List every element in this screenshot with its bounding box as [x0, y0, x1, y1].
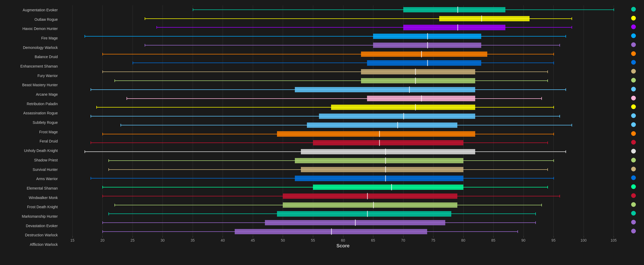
grid-line — [614, 32, 614, 41]
grid-line — [584, 201, 584, 210]
y-label: Balance Druid — [3, 53, 58, 61]
whisker-line — [96, 107, 553, 108]
row-dot — [631, 69, 636, 74]
grid-line — [553, 218, 554, 227]
grid-line — [584, 121, 584, 130]
y-label: Demonology Warlock — [3, 44, 58, 52]
x-tick-line — [403, 236, 404, 238]
chart-row — [60, 76, 626, 85]
grid-line — [584, 14, 584, 23]
grid-line — [133, 14, 133, 23]
chart-row — [60, 59, 626, 68]
grid-line — [584, 138, 584, 147]
whisker-cap-right — [535, 212, 536, 215]
row-dot — [631, 42, 636, 47]
grid-line — [614, 218, 614, 227]
chart-row — [60, 138, 626, 147]
whisker-cap-right — [547, 79, 548, 82]
x-axis-label: Score — [336, 243, 349, 249]
x-tick-line — [72, 236, 73, 238]
whisker-cap-left — [193, 8, 193, 11]
median-line — [403, 113, 404, 119]
grid-line — [584, 147, 584, 156]
grid-line — [614, 85, 614, 94]
whisker-cap-right — [547, 168, 548, 171]
median-line — [427, 33, 428, 39]
x-tick: 60 — [341, 238, 345, 242]
row-dot — [631, 60, 636, 65]
box-rect — [439, 16, 530, 21]
grid-line — [584, 218, 584, 227]
x-tick-line — [163, 236, 163, 238]
whisker-cap-left — [121, 124, 121, 126]
row-dot — [631, 184, 636, 189]
median-line — [409, 86, 410, 93]
grid-line — [584, 156, 584, 165]
box-rect — [331, 105, 475, 110]
chart-container: Augmentation EvokerOutlaw RogueHavoc Dem… — [0, 0, 644, 265]
grid-line — [614, 67, 614, 76]
y-label: Assassination Rogue — [3, 109, 58, 117]
dots-column — [626, 5, 641, 249]
chart-row — [60, 14, 626, 23]
box-rect — [301, 167, 463, 172]
grid-line — [614, 112, 614, 121]
x-tick-line — [523, 236, 524, 238]
whisker-cap-right — [614, 8, 614, 11]
whisker-line — [156, 27, 571, 28]
whisker-cap-left — [108, 168, 109, 171]
box-rect — [361, 52, 487, 57]
whisker-cap-right — [566, 88, 566, 91]
median-line — [415, 78, 416, 84]
x-tick-line — [463, 236, 464, 238]
whisker-cap-left — [133, 62, 133, 64]
whisker-cap-left — [91, 115, 91, 118]
x-axis: 1520253035404550556065707580859095100105… — [60, 236, 626, 249]
grid-line — [72, 41, 73, 50]
x-tick-line — [343, 236, 343, 238]
median-line — [397, 122, 398, 128]
whisker-cap-left — [91, 141, 91, 144]
x-tick: 15 — [70, 238, 75, 242]
grid-line — [614, 41, 614, 50]
grid-line — [72, 165, 73, 174]
x-tick-line — [223, 236, 223, 238]
y-label: Devastation Evoker — [3, 222, 58, 230]
whisker-cap-left — [114, 79, 115, 82]
x-tick-line — [493, 236, 494, 238]
row-dot — [631, 7, 636, 12]
chart-row — [60, 103, 626, 112]
row-dot — [631, 202, 636, 207]
grid-line — [614, 103, 614, 112]
median-line — [385, 166, 386, 173]
whisker-cap-left — [114, 204, 115, 206]
chart-row — [60, 94, 626, 103]
grid-line — [614, 130, 614, 139]
x-tick: 50 — [281, 238, 285, 242]
grid-line — [72, 147, 73, 156]
grid-line — [72, 183, 73, 192]
grid-line — [102, 41, 103, 50]
whisker-cap-right — [572, 26, 572, 29]
y-label: Subtlety Rogue — [3, 119, 58, 126]
grid-line — [133, 5, 133, 14]
y-label: Feral Druid — [3, 137, 58, 145]
box-rect — [361, 78, 475, 83]
chart-row — [60, 5, 626, 14]
grid-line — [102, 5, 103, 14]
grid-line — [102, 76, 103, 85]
chart-row — [60, 183, 626, 192]
median-line — [331, 228, 332, 235]
grid-line — [102, 210, 103, 218]
box-rect — [403, 7, 505, 12]
median-line — [421, 51, 422, 57]
whisker-cap-left — [85, 35, 85, 38]
grid-line — [614, 147, 614, 156]
row-dot — [631, 131, 636, 136]
grid-line — [553, 210, 554, 218]
median-line — [385, 175, 386, 182]
box-rect — [277, 131, 475, 136]
x-tick: 105 — [610, 238, 616, 242]
y-label: Arms Warrior — [3, 175, 58, 183]
whisker-line — [102, 72, 547, 72]
